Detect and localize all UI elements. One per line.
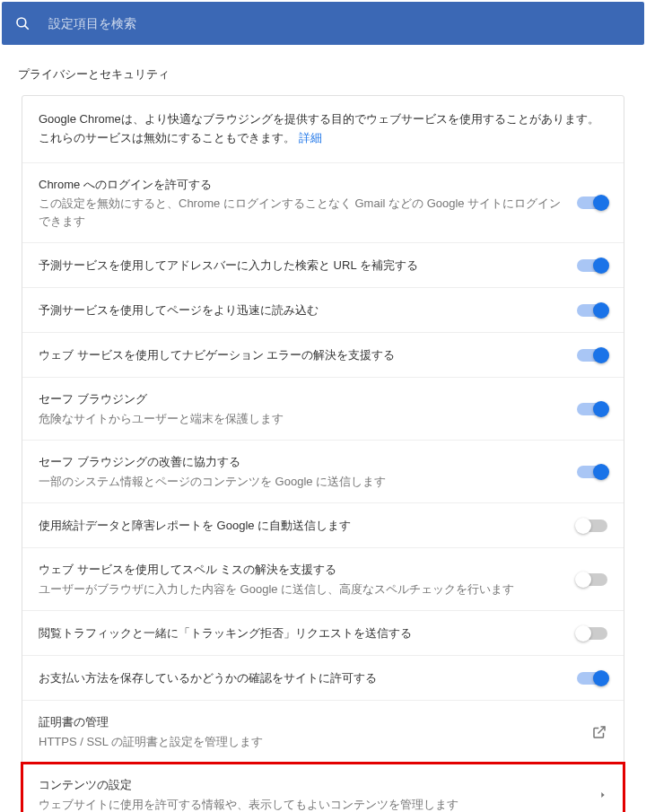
row-title: ウェブ サービスを使用してナビゲーション エラーの解決を支援する (39, 346, 566, 364)
row-title: 使用統計データと障害レポートを Google に自動送信します (39, 517, 566, 535)
search-bar[interactable] (2, 2, 644, 45)
row-payment-check[interactable]: お支払い方法を保存しているかどうかの確認をサイトに許可する (22, 656, 624, 701)
search-input[interactable] (48, 16, 632, 31)
row-title: セーフ ブラウジングの改善に協力する (39, 453, 566, 471)
svg-line-2 (598, 727, 606, 734)
svg-point-0 (17, 18, 26, 27)
row-content-settings[interactable]: コンテンツの設定 ウェブサイトに使用を許可する情報や、表示してもよいコンテンツを… (22, 764, 624, 812)
row-title: お支払い方法を保存しているかどうかの確認をサイトに許可する (39, 669, 566, 687)
row-sub: 一部のシステム情報とページのコンテンツを Google に送信します (39, 473, 566, 491)
row-usage-stats[interactable]: 使用統計データと障害レポートを Google に自動送信します (22, 503, 624, 548)
row-title: 予測サービスを使用してアドレスバーに入力した検索と URL を補完する (39, 257, 566, 275)
row-title: Chrome へのログインを許可する (39, 176, 566, 194)
row-title: コンテンツの設定 (39, 776, 588, 794)
row-sub: ウェブサイトに使用を許可する情報や、表示してもよいコンテンツを管理します (39, 796, 588, 812)
row-sub: この設定を無効にすると、Chrome にログインすることなく Gmail などの… (39, 195, 566, 230)
toggle-usage-stats[interactable] (577, 520, 607, 532)
row-predict-page[interactable]: 予測サービスを使用してページをより迅速に読み込む (22, 288, 624, 333)
intro-link[interactable]: 詳細 (299, 131, 322, 144)
search-icon (14, 15, 31, 31)
toggle-safe-improve[interactable] (577, 466, 607, 478)
toggle-predict-url[interactable] (577, 259, 607, 272)
row-sub: ユーザーがブラウザに入力した内容を Google に送信し、高度なスペルチェック… (39, 581, 566, 598)
row-title: ウェブ サービスを使用してスペル ミスの解決を支援する (39, 561, 566, 579)
privacy-card: Google Chromeは、より快適なブラウジングを提供する目的でウェブサービ… (22, 95, 624, 812)
toggle-predict-page[interactable] (577, 304, 607, 317)
toggle-payment-check[interactable] (577, 672, 607, 685)
row-predict-url[interactable]: 予測サービスを使用してアドレスバーに入力した検索と URL を補完する (22, 243, 624, 288)
row-safe-browsing[interactable]: セーフ ブラウジング 危険なサイトからユーザーと端末を保護します (22, 378, 624, 441)
toggle-safe-browsing[interactable] (577, 403, 607, 415)
row-certificates[interactable]: 証明書の管理 HTTPS / SSL の証明書と設定を管理します (22, 701, 624, 764)
row-do-not-track[interactable]: 閲覧トラフィックと一緒に「トラッキング拒否」リクエストを送信する (22, 611, 624, 656)
external-link-icon (591, 724, 607, 740)
row-spellcheck[interactable]: ウェブ サービスを使用してスペル ミスの解決を支援する ユーザーがブラウザに入力… (22, 548, 624, 611)
row-sub: HTTPS / SSL の証明書と設定を管理します (39, 733, 581, 751)
toggle-login[interactable] (577, 196, 607, 209)
row-title: 閲覧トラフィックと一緒に「トラッキング拒否」リクエストを送信する (39, 624, 566, 642)
row-title: 証明書の管理 (39, 713, 581, 731)
toggle-nav-error[interactable] (577, 349, 607, 362)
row-sub: 危険なサイトからユーザーと端末を保護します (39, 410, 566, 428)
row-title: 予測サービスを使用してページをより迅速に読み込む (39, 301, 566, 319)
row-title: セーフ ブラウジング (39, 390, 566, 408)
row-login[interactable]: Chrome へのログインを許可する この設定を無効にすると、Chrome にロ… (22, 163, 624, 244)
row-safe-improve[interactable]: セーフ ブラウジングの改善に協力する 一部のシステム情報とページのコンテンツを … (22, 441, 624, 503)
toggle-spellcheck[interactable] (577, 573, 607, 586)
section-title: プライバシーとセキュリティ (0, 47, 646, 95)
intro-text: Google Chromeは、より快適なブラウジングを提供する目的でウェブサービ… (22, 96, 624, 163)
chevron-right-icon (598, 790, 607, 799)
svg-line-1 (25, 26, 29, 30)
toggle-do-not-track[interactable] (577, 627, 607, 640)
row-nav-error[interactable]: ウェブ サービスを使用してナビゲーション エラーの解決を支援する (22, 333, 624, 378)
